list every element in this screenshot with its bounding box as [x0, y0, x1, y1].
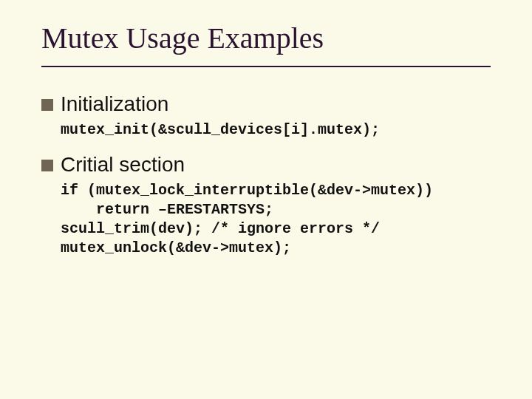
bullet-item-initialization: Initialization mutex_init(&scull_devices… — [41, 92, 491, 140]
bullet-item-critical-section: Critial section if (mutex_lock_interrupt… — [41, 153, 491, 258]
slide: Mutex Usage Examples Initialization mute… — [0, 0, 532, 399]
bullet-heading: Critial section — [61, 153, 185, 177]
bullet-heading-row: Initialization — [41, 92, 491, 116]
bullet-heading: Initialization — [61, 92, 168, 116]
code-block-initialization: mutex_init(&scull_devices[i].mutex); — [61, 120, 491, 140]
square-bullet-icon — [41, 160, 53, 171]
code-block-critical-section: if (mutex_lock_interruptible(&dev->mutex… — [61, 181, 491, 258]
square-bullet-icon — [41, 99, 53, 111]
bullet-heading-row: Critial section — [41, 153, 491, 177]
slide-title: Mutex Usage Examples — [41, 21, 491, 60]
title-underline — [41, 66, 491, 67]
